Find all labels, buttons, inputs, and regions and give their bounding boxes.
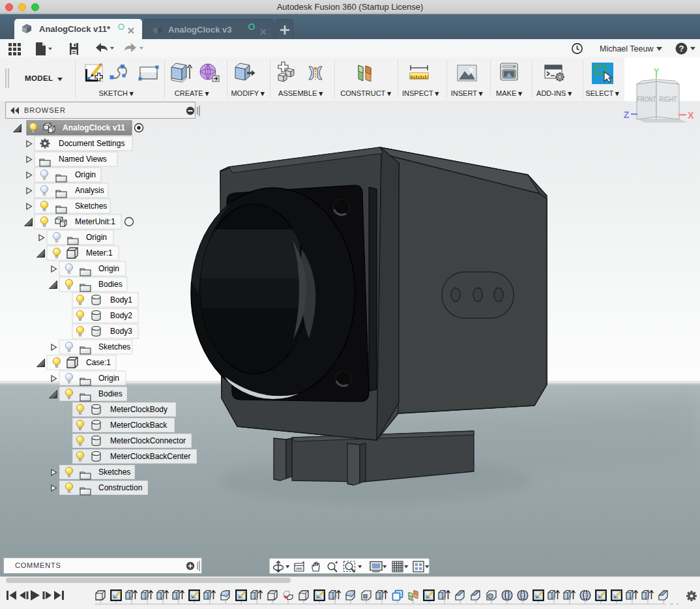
svg-text:Y: Y	[654, 68, 660, 76]
svg-text:Bodies: Bodies	[98, 280, 123, 289]
svg-text:Named Views: Named Views	[59, 155, 107, 164]
svg-text:Sketches: Sketches	[75, 201, 107, 211]
svg-text:Bodies: Bodies	[98, 389, 123, 398]
svg-text:Document Settings: Document Settings	[59, 139, 124, 148]
svg-text:Sketches: Sketches	[98, 342, 130, 351]
svg-text:Origin: Origin	[98, 264, 119, 273]
svg-text:Case:1: Case:1	[86, 358, 111, 367]
svg-text:Construction: Construction	[98, 483, 142, 492]
svg-text:Analysis: Analysis	[75, 186, 104, 195]
svg-text:Origin: Origin	[98, 374, 119, 383]
svg-text:Body3: Body3	[110, 327, 132, 336]
svg-text:X: X	[688, 110, 694, 121]
svg-text:Origin: Origin	[75, 170, 96, 179]
svg-text:?: ?	[679, 44, 684, 53]
svg-text:MeterUnit:1: MeterUnit:1	[75, 217, 115, 226]
svg-text:Body2: Body2	[110, 311, 132, 320]
svg-text:Origin: Origin	[86, 233, 107, 242]
svg-text:MeterClockBody: MeterClockBody	[110, 405, 168, 414]
svg-text:Meter:1: Meter:1	[86, 248, 113, 258]
svg-text:Sketches: Sketches	[98, 468, 130, 477]
svg-text:RIGHT: RIGHT	[660, 95, 677, 103]
svg-text:MeterClockBack: MeterClockBack	[110, 421, 168, 430]
svg-text:Body1: Body1	[110, 295, 132, 304]
svg-text:FRONT: FRONT	[637, 95, 656, 103]
svg-text:Z: Z	[624, 110, 630, 120]
svg-text:AnalogClock v11: AnalogClock v11	[63, 123, 125, 132]
svg-text:MeterClockConnector: MeterClockConnector	[110, 436, 186, 445]
svg-text:MeterClockBackCenter: MeterClockBackCenter	[110, 452, 190, 461]
